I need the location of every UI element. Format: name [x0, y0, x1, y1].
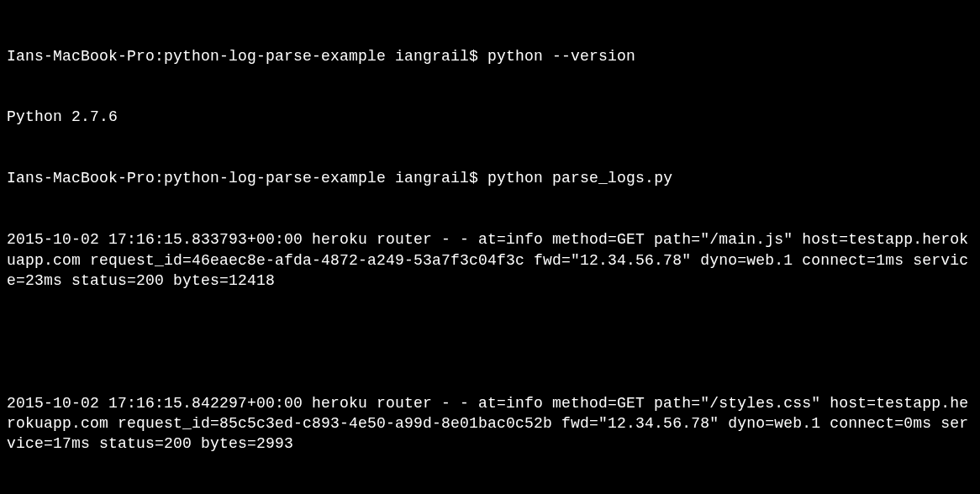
command-line-2: Ians-MacBook-Pro:python-log-parse-exampl… — [7, 168, 973, 188]
output-python-version: Python 2.7.6 — [7, 107, 973, 127]
blank-line — [7, 332, 973, 352]
terminal[interactable]: Ians-MacBook-Pro:python-log-parse-exampl… — [7, 5, 973, 494]
prompt: Ians-MacBook-Pro:python-log-parse-exampl… — [7, 170, 487, 187]
command-line-1: Ians-MacBook-Pro:python-log-parse-exampl… — [7, 46, 973, 66]
command-text: python parse_logs.py — [487, 170, 672, 187]
log-entry-2: 2015-10-02 17:16:15.842297+00:00 heroku … — [7, 393, 973, 455]
prompt: Ians-MacBook-Pro:python-log-parse-exampl… — [7, 48, 487, 65]
command-text: python --version — [487, 48, 635, 65]
log-entry-1: 2015-10-02 17:16:15.833793+00:00 heroku … — [7, 229, 973, 291]
